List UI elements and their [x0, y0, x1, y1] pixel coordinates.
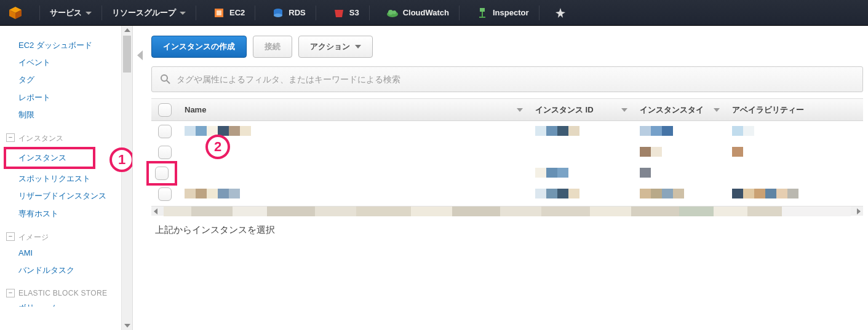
- separator: [316, 6, 316, 20]
- section-title: イメージ: [18, 233, 49, 242]
- redacted-text: [535, 126, 579, 136]
- sidebar-item-events[interactable]: イベント: [0, 54, 132, 71]
- caret-down-icon: [355, 45, 361, 49]
- sidebar-item-tags[interactable]: タグ: [0, 71, 132, 88]
- connect-button[interactable]: 接続: [253, 36, 292, 58]
- sidebar-section-images: − イメージ: [0, 229, 132, 245]
- row-checkbox[interactable]: [158, 146, 172, 159]
- sidebar-item-instances[interactable]: インスタンス: [6, 149, 93, 167]
- shortcut-cloudwatch[interactable]: CloudWatch: [383, 6, 452, 20]
- content-area: インスタンスの作成 接続 アクション Name インスタンス ID インスタンス…: [146, 26, 868, 330]
- row-checkbox[interactable]: [155, 167, 169, 180]
- shortcut-rds[interactable]: RDS: [269, 6, 308, 20]
- toolbar: インスタンスの作成 接続 アクション: [146, 36, 868, 66]
- col-header-instance-id[interactable]: インスタンス ID: [529, 104, 634, 116]
- shortcut-inspector[interactable]: Inspector: [473, 6, 532, 20]
- filter-bar: [151, 66, 863, 92]
- scroll-left-icon[interactable]: [154, 208, 157, 214]
- table-row[interactable]: [151, 163, 863, 184]
- shortcut-label: S3: [349, 8, 359, 17]
- row-checkbox-highlight: [146, 161, 177, 186]
- sidebar-item-bundle[interactable]: バンドルタスク: [0, 262, 132, 279]
- svg-point-14: [161, 75, 167, 81]
- connect-label: 接続: [265, 41, 281, 52]
- caret-down-icon: [517, 108, 523, 112]
- svg-point-7: [274, 14, 282, 17]
- actions-button[interactable]: アクション: [298, 36, 373, 58]
- svg-rect-11: [480, 8, 485, 12]
- table-row[interactable]: [151, 121, 863, 142]
- redacted-text: [640, 189, 684, 198]
- redacted-text: [640, 168, 651, 178]
- col-header-az[interactable]: アベイラビリティー: [726, 104, 863, 116]
- sidebar-section-ebs: − ELASTIC BLOCK STORE: [0, 285, 132, 299]
- collapse-toggle[interactable]: −: [6, 133, 15, 142]
- main-area: EC2 ダッシュボード イベント タグ レポート 制限 − インスタンス インス…: [0, 26, 868, 330]
- scroll-down-icon[interactable]: [124, 324, 130, 328]
- annotation-two: 2: [205, 135, 230, 159]
- launch-label: インスタンスの作成: [163, 41, 235, 52]
- search-icon: [159, 73, 172, 85]
- separator: [255, 6, 255, 20]
- shortcut-label: Inspector: [493, 8, 529, 17]
- svg-rect-4: [217, 10, 221, 15]
- redacted-scroll: [164, 206, 851, 216]
- col-header-name[interactable]: Name: [178, 105, 529, 114]
- sidebar: EC2 ダッシュボード イベント タグ レポート 制限 − インスタンス インス…: [0, 26, 133, 330]
- s3-icon: [332, 6, 346, 20]
- annotation-one: 1: [109, 147, 133, 172]
- sidebar-item-volumes[interactable]: ボリューム: [0, 299, 132, 307]
- rds-icon: [271, 6, 285, 20]
- filter-input[interactable]: [177, 74, 855, 84]
- sidebar-item-reports[interactable]: レポート: [0, 89, 132, 106]
- row-checkbox[interactable]: [158, 125, 172, 138]
- collapse-toggle[interactable]: −: [6, 232, 15, 241]
- scroll-thumb[interactable]: [123, 36, 131, 73]
- svg-point-10: [392, 10, 396, 14]
- scroll-up-icon[interactable]: [124, 28, 130, 32]
- resource-groups-label: リソースグループ: [112, 8, 176, 17]
- services-menu[interactable]: サービス: [47, 7, 94, 18]
- pin-button[interactable]: [553, 8, 568, 18]
- sidebar-item-dashboard[interactable]: EC2 ダッシュボード: [0, 37, 132, 54]
- caret-down-icon: [86, 12, 92, 15]
- separator: [39, 6, 40, 20]
- select-all-checkbox[interactable]: [158, 103, 172, 117]
- table-row[interactable]: [151, 184, 863, 205]
- redacted-text: [732, 126, 754, 136]
- sidebar-item-limits[interactable]: 制限: [0, 106, 132, 124]
- sidebar-item-spot[interactable]: スポットリクエスト: [0, 170, 132, 187]
- col-header-instance-type[interactable]: インスタンスタイ: [634, 104, 726, 116]
- sidebar-item-dedicated[interactable]: 専有ホスト: [0, 205, 132, 222]
- caret-down-icon: [621, 108, 627, 112]
- sidebar-section-instances: − インスタンス: [0, 130, 132, 146]
- instances-table: Name インスタンス ID インスタンスタイ アベイラビリティー: [151, 98, 863, 216]
- ec2-icon: [212, 6, 226, 20]
- sidebar-item-reserved[interactable]: リザーブドインスタンス: [0, 187, 132, 205]
- cloudwatch-icon: [386, 6, 399, 20]
- row-checkbox[interactable]: [158, 187, 172, 201]
- sidebar-item-instances-highlight: インスタンス: [4, 147, 95, 169]
- redacted-text: [535, 189, 579, 198]
- sidebar-scrollbar[interactable]: [121, 26, 132, 330]
- scroll-right-icon[interactable]: [857, 208, 861, 214]
- resource-groups-menu[interactable]: リソースグループ: [109, 7, 188, 18]
- sidebar-collapse-handle[interactable]: [133, 26, 146, 330]
- svg-point-9: [388, 10, 393, 15]
- aws-logo-icon[interactable]: [6, 4, 25, 22]
- launch-instance-button[interactable]: インスタンスの作成: [151, 36, 247, 58]
- svg-rect-13: [479, 17, 485, 18]
- collapse-toggle[interactable]: −: [6, 289, 15, 297]
- shortcut-ec2[interactable]: EC2: [210, 6, 247, 20]
- shortcut-label: EC2: [229, 8, 245, 17]
- caret-down-icon: [180, 12, 186, 15]
- shortcut-s3[interactable]: S3: [330, 6, 362, 20]
- table-hscrollbar[interactable]: [151, 206, 863, 216]
- separator: [369, 6, 370, 20]
- sidebar-item-ami[interactable]: AMI: [0, 245, 132, 262]
- table-row[interactable]: [151, 142, 863, 163]
- shortcut-label: RDS: [289, 8, 305, 17]
- separator: [102, 6, 102, 20]
- pin-icon: [555, 8, 565, 18]
- selection-hint: 上記からインスタンスを選択: [146, 216, 868, 245]
